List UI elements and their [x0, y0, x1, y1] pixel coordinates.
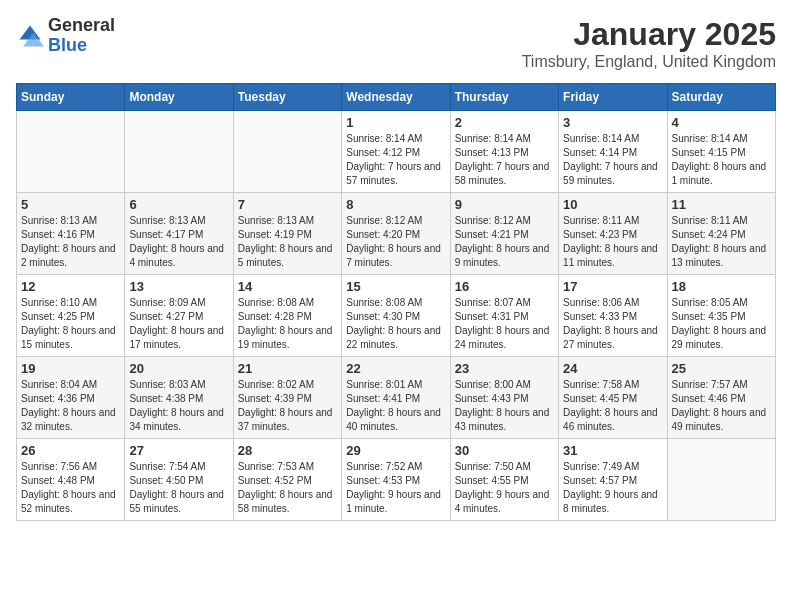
column-header-wednesday: Wednesday — [342, 84, 450, 111]
month-title: January 2025 — [522, 16, 776, 53]
day-info: Sunrise: 8:01 AM Sunset: 4:41 PM Dayligh… — [346, 378, 445, 434]
calendar-cell: 29Sunrise: 7:52 AM Sunset: 4:53 PM Dayli… — [342, 439, 450, 521]
day-info: Sunrise: 8:11 AM Sunset: 4:24 PM Dayligh… — [672, 214, 771, 270]
day-number: 28 — [238, 443, 337, 458]
day-info: Sunrise: 8:06 AM Sunset: 4:33 PM Dayligh… — [563, 296, 662, 352]
column-header-tuesday: Tuesday — [233, 84, 341, 111]
day-info: Sunrise: 8:08 AM Sunset: 4:30 PM Dayligh… — [346, 296, 445, 352]
header: General Blue January 2025 Timsbury, Engl… — [16, 16, 776, 71]
day-number: 20 — [129, 361, 228, 376]
day-info: Sunrise: 7:56 AM Sunset: 4:48 PM Dayligh… — [21, 460, 120, 516]
day-number: 14 — [238, 279, 337, 294]
day-info: Sunrise: 8:13 AM Sunset: 4:16 PM Dayligh… — [21, 214, 120, 270]
day-number: 3 — [563, 115, 662, 130]
calendar-cell: 13Sunrise: 8:09 AM Sunset: 4:27 PM Dayli… — [125, 275, 233, 357]
day-number: 6 — [129, 197, 228, 212]
column-header-monday: Monday — [125, 84, 233, 111]
column-header-thursday: Thursday — [450, 84, 558, 111]
column-header-friday: Friday — [559, 84, 667, 111]
day-info: Sunrise: 8:05 AM Sunset: 4:35 PM Dayligh… — [672, 296, 771, 352]
day-number: 2 — [455, 115, 554, 130]
day-info: Sunrise: 7:57 AM Sunset: 4:46 PM Dayligh… — [672, 378, 771, 434]
calendar-table: SundayMondayTuesdayWednesdayThursdayFrid… — [16, 83, 776, 521]
calendar-cell: 4Sunrise: 8:14 AM Sunset: 4:15 PM Daylig… — [667, 111, 775, 193]
calendar-cell: 2Sunrise: 8:14 AM Sunset: 4:13 PM Daylig… — [450, 111, 558, 193]
day-info: Sunrise: 8:12 AM Sunset: 4:20 PM Dayligh… — [346, 214, 445, 270]
calendar-cell — [17, 111, 125, 193]
location-title: Timsbury, England, United Kingdom — [522, 53, 776, 71]
calendar-cell: 27Sunrise: 7:54 AM Sunset: 4:50 PM Dayli… — [125, 439, 233, 521]
calendar-cell: 1Sunrise: 8:14 AM Sunset: 4:12 PM Daylig… — [342, 111, 450, 193]
day-number: 25 — [672, 361, 771, 376]
calendar-cell: 19Sunrise: 8:04 AM Sunset: 4:36 PM Dayli… — [17, 357, 125, 439]
day-info: Sunrise: 7:50 AM Sunset: 4:55 PM Dayligh… — [455, 460, 554, 516]
day-number: 17 — [563, 279, 662, 294]
day-info: Sunrise: 8:07 AM Sunset: 4:31 PM Dayligh… — [455, 296, 554, 352]
calendar-cell: 3Sunrise: 8:14 AM Sunset: 4:14 PM Daylig… — [559, 111, 667, 193]
calendar-cell: 7Sunrise: 8:13 AM Sunset: 4:19 PM Daylig… — [233, 193, 341, 275]
day-number: 13 — [129, 279, 228, 294]
calendar-cell: 8Sunrise: 8:12 AM Sunset: 4:20 PM Daylig… — [342, 193, 450, 275]
logo-icon — [16, 22, 44, 50]
day-number: 8 — [346, 197, 445, 212]
day-number: 29 — [346, 443, 445, 458]
day-info: Sunrise: 7:53 AM Sunset: 4:52 PM Dayligh… — [238, 460, 337, 516]
day-info: Sunrise: 8:14 AM Sunset: 4:14 PM Dayligh… — [563, 132, 662, 188]
calendar-cell: 12Sunrise: 8:10 AM Sunset: 4:25 PM Dayli… — [17, 275, 125, 357]
day-number: 24 — [563, 361, 662, 376]
day-number: 1 — [346, 115, 445, 130]
day-number: 10 — [563, 197, 662, 212]
day-info: Sunrise: 8:08 AM Sunset: 4:28 PM Dayligh… — [238, 296, 337, 352]
day-number: 18 — [672, 279, 771, 294]
calendar-cell: 26Sunrise: 7:56 AM Sunset: 4:48 PM Dayli… — [17, 439, 125, 521]
day-number: 9 — [455, 197, 554, 212]
day-info: Sunrise: 8:09 AM Sunset: 4:27 PM Dayligh… — [129, 296, 228, 352]
calendar-cell: 9Sunrise: 8:12 AM Sunset: 4:21 PM Daylig… — [450, 193, 558, 275]
logo-text-general: General — [48, 16, 115, 36]
day-info: Sunrise: 8:14 AM Sunset: 4:15 PM Dayligh… — [672, 132, 771, 188]
logo: General Blue — [16, 16, 115, 56]
day-info: Sunrise: 7:49 AM Sunset: 4:57 PM Dayligh… — [563, 460, 662, 516]
calendar-cell: 23Sunrise: 8:00 AM Sunset: 4:43 PM Dayli… — [450, 357, 558, 439]
column-header-sunday: Sunday — [17, 84, 125, 111]
day-info: Sunrise: 7:52 AM Sunset: 4:53 PM Dayligh… — [346, 460, 445, 516]
day-info: Sunrise: 8:03 AM Sunset: 4:38 PM Dayligh… — [129, 378, 228, 434]
day-info: Sunrise: 8:14 AM Sunset: 4:12 PM Dayligh… — [346, 132, 445, 188]
day-info: Sunrise: 8:11 AM Sunset: 4:23 PM Dayligh… — [563, 214, 662, 270]
calendar-cell: 31Sunrise: 7:49 AM Sunset: 4:57 PM Dayli… — [559, 439, 667, 521]
day-number: 27 — [129, 443, 228, 458]
day-info: Sunrise: 8:13 AM Sunset: 4:19 PM Dayligh… — [238, 214, 337, 270]
day-info: Sunrise: 7:58 AM Sunset: 4:45 PM Dayligh… — [563, 378, 662, 434]
calendar-cell: 6Sunrise: 8:13 AM Sunset: 4:17 PM Daylig… — [125, 193, 233, 275]
calendar-cell: 30Sunrise: 7:50 AM Sunset: 4:55 PM Dayli… — [450, 439, 558, 521]
calendar-cell: 5Sunrise: 8:13 AM Sunset: 4:16 PM Daylig… — [17, 193, 125, 275]
day-number: 12 — [21, 279, 120, 294]
calendar-cell — [667, 439, 775, 521]
day-number: 7 — [238, 197, 337, 212]
day-info: Sunrise: 8:14 AM Sunset: 4:13 PM Dayligh… — [455, 132, 554, 188]
calendar-cell: 15Sunrise: 8:08 AM Sunset: 4:30 PM Dayli… — [342, 275, 450, 357]
day-number: 11 — [672, 197, 771, 212]
day-number: 26 — [21, 443, 120, 458]
day-number: 4 — [672, 115, 771, 130]
calendar-cell: 24Sunrise: 7:58 AM Sunset: 4:45 PM Dayli… — [559, 357, 667, 439]
calendar-cell — [233, 111, 341, 193]
day-info: Sunrise: 8:13 AM Sunset: 4:17 PM Dayligh… — [129, 214, 228, 270]
calendar-cell: 21Sunrise: 8:02 AM Sunset: 4:39 PM Dayli… — [233, 357, 341, 439]
day-info: Sunrise: 8:10 AM Sunset: 4:25 PM Dayligh… — [21, 296, 120, 352]
logo-text-blue: Blue — [48, 36, 115, 56]
day-info: Sunrise: 7:54 AM Sunset: 4:50 PM Dayligh… — [129, 460, 228, 516]
calendar-cell — [125, 111, 233, 193]
day-info: Sunrise: 8:02 AM Sunset: 4:39 PM Dayligh… — [238, 378, 337, 434]
column-header-saturday: Saturday — [667, 84, 775, 111]
day-number: 16 — [455, 279, 554, 294]
calendar-cell: 16Sunrise: 8:07 AM Sunset: 4:31 PM Dayli… — [450, 275, 558, 357]
day-info: Sunrise: 8:00 AM Sunset: 4:43 PM Dayligh… — [455, 378, 554, 434]
calendar-cell: 11Sunrise: 8:11 AM Sunset: 4:24 PM Dayli… — [667, 193, 775, 275]
calendar-cell: 14Sunrise: 8:08 AM Sunset: 4:28 PM Dayli… — [233, 275, 341, 357]
day-number: 31 — [563, 443, 662, 458]
calendar-cell: 28Sunrise: 7:53 AM Sunset: 4:52 PM Dayli… — [233, 439, 341, 521]
day-number: 22 — [346, 361, 445, 376]
calendar-cell: 25Sunrise: 7:57 AM Sunset: 4:46 PM Dayli… — [667, 357, 775, 439]
day-number: 15 — [346, 279, 445, 294]
